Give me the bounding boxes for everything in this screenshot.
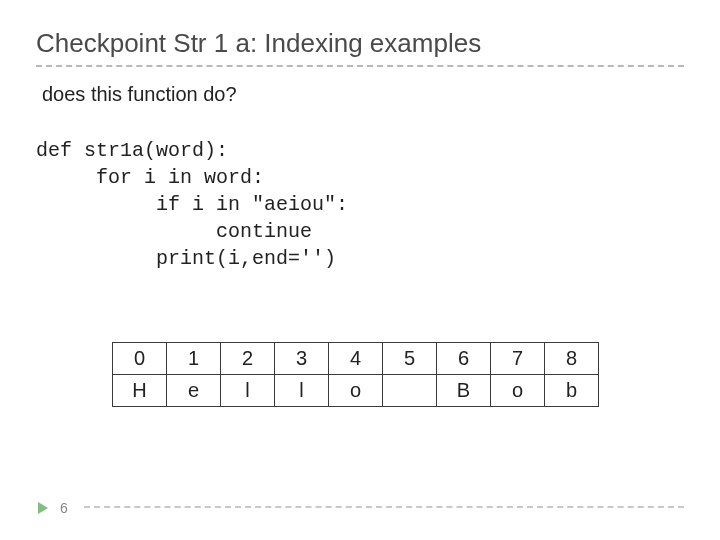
slide-footer: 6	[36, 500, 68, 516]
table-cell: 6	[437, 343, 491, 375]
footer-divider	[84, 506, 684, 508]
code-line-3: if i in "aeiou":	[36, 193, 348, 216]
table-row: 0 1 2 3 4 5 6 7 8	[113, 343, 599, 375]
table-cell	[383, 375, 437, 407]
table-cell: o	[329, 375, 383, 407]
table-cell: 0	[113, 343, 167, 375]
table-cell: l	[275, 375, 329, 407]
play-icon	[36, 501, 50, 515]
table-cell: 8	[545, 343, 599, 375]
table-cell: 1	[167, 343, 221, 375]
code-line-2: for i in word:	[36, 166, 264, 189]
table-cell: l	[221, 375, 275, 407]
code-line-4: continue	[36, 220, 312, 243]
code-line-5: print(i,end='')	[36, 247, 336, 270]
slide-title: Checkpoint Str 1 a: Indexing examples	[36, 28, 684, 67]
index-table: 0 1 2 3 4 5 6 7 8 H e l l o B o b	[112, 342, 599, 407]
svg-marker-0	[38, 502, 48, 514]
table-cell: 2	[221, 343, 275, 375]
question-text: does this function do?	[42, 81, 684, 108]
table-cell: H	[113, 375, 167, 407]
table-cell: B	[437, 375, 491, 407]
page-number: 6	[60, 500, 68, 516]
code-line-1: def str1a(word):	[36, 139, 228, 162]
code-block: def str1a(word): for i in word: if i in …	[36, 110, 684, 272]
table-cell: b	[545, 375, 599, 407]
table-row: H e l l o B o b	[113, 375, 599, 407]
table-cell: 4	[329, 343, 383, 375]
index-table-wrap: 0 1 2 3 4 5 6 7 8 H e l l o B o b	[112, 342, 684, 407]
table-cell: 5	[383, 343, 437, 375]
slide: Checkpoint Str 1 a: Indexing examples do…	[0, 0, 720, 540]
table-cell: e	[167, 375, 221, 407]
table-cell: o	[491, 375, 545, 407]
table-cell: 3	[275, 343, 329, 375]
table-cell: 7	[491, 343, 545, 375]
